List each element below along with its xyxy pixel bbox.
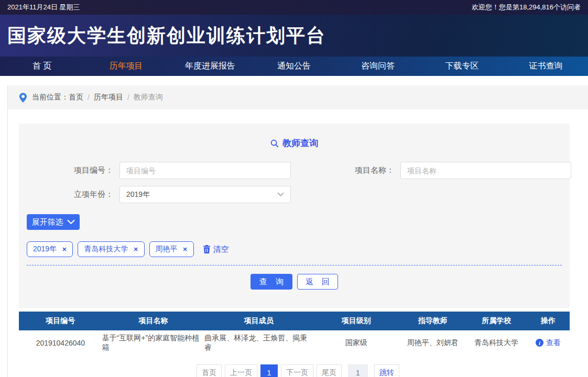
filter-tag-label: 2019年 [33,245,57,254]
breadcrumb-current: 教师查询 [134,93,163,102]
cell-school: 青岛科技大学 [466,330,527,355]
nav-item-annual-report[interactable]: 年度进展报告 [168,57,252,76]
page-number-current[interactable]: 1 [260,364,278,377]
breadcrumb: 当前位置： 首页 / 历年项目 / 教师查询 [8,85,588,109]
nav-item-downloads[interactable]: 下载专区 [420,57,504,76]
panel-title: 教师查询 [19,137,570,149]
nav-item-home[interactable]: 首 页 [0,57,84,76]
current-date: 2021年11月24日 星期三 [7,3,80,12]
table-row: 201910426040 基于“互联网+”的家庭智能种植箱 曲承展、林泽龙、王焕… [19,330,570,355]
col-header-teachers: 指导教师 [399,312,466,330]
search-form: 项目编号： 项目名称： 立项年份： 2019年 [19,162,570,203]
cell-project-code: 201910426040 [19,330,102,355]
filter-tags-row: 2019年 ✕ 青岛科技大学 ✕ 周艳平 ✕ 清空 [27,241,570,257]
project-name-input[interactable] [400,162,571,179]
cell-members: 曲承展、林泽龙、王焕哲、揭秉睿 [204,330,313,355]
year-select-value: 2019年 [126,190,150,199]
panel-title-text: 教师查询 [282,137,318,149]
col-header-level: 项目级别 [313,312,399,330]
year-select[interactable]: 2019年 [119,186,291,203]
breadcrumb-prefix: 当前位置： [32,93,69,102]
col-header-actions: 操作 [527,312,570,330]
filter-tag-teacher[interactable]: 周艳平 ✕ [149,241,194,257]
col-header-project-code: 项目编号 [19,312,102,330]
cell-project-name: 基于“互联网+”的家庭智能种植箱 [102,330,204,355]
info-icon: i [536,339,543,347]
expand-filters-label: 展开筛选 [32,217,63,227]
project-name-label: 项目名称： [291,162,400,179]
filter-tag-school[interactable]: 青岛科技大学 ✕ [78,241,144,257]
filter-tag-label: 周艳平 [156,245,178,254]
back-button[interactable]: 返 回 [297,274,338,290]
nav-item-qa[interactable]: 咨询问答 [336,57,420,76]
site-title: 国家级大学生创新创业训练计划平台 [7,23,326,49]
view-action[interactable]: i 查看 [527,330,570,355]
page-next-button[interactable]: 下一页 [281,364,313,377]
tag-close-icon[interactable]: ✕ [183,246,188,253]
location-pin-icon [19,93,27,103]
col-header-school: 所属学校 [466,312,527,330]
col-header-project-name: 项目名称 [102,312,204,330]
top-utility-bar: 2021年11月24日 星期三 欢迎您！您是第18,294,816个访问者 [0,0,588,15]
tag-close-icon[interactable]: ✕ [133,246,138,253]
page-jump-input[interactable] [348,364,368,377]
col-header-members: 项目成员 [204,312,313,330]
teacher-search-panel: 教师查询 项目编号： 项目名称： 立项年份： 2019年 展开筛选 [19,124,570,308]
chevron-down-icon [67,219,75,225]
breadcrumb-past-projects[interactable]: 历年项目 [94,93,123,102]
project-code-label: 项目编号： [19,162,119,179]
tag-close-icon[interactable]: ✕ [62,246,67,253]
page-first-button[interactable]: 首页 [197,364,222,377]
clear-filters-button[interactable]: 清空 [203,245,229,254]
nav-item-notices[interactable]: 通知公告 [252,57,336,76]
project-code-input[interactable] [119,162,291,179]
trash-icon [203,245,211,253]
breadcrumb-home[interactable]: 首页 [69,93,83,102]
filter-tag-year[interactable]: 2019年 ✕ [27,241,73,257]
main-nav: 首 页 历年项目 年度进展报告 通知公告 咨询问答 下载专区 证书查询 [0,57,588,76]
query-button[interactable]: 查 询 [251,274,292,290]
nav-item-certificate[interactable]: 证书查询 [504,57,588,76]
site-banner: 国家级大学生创新创业训练计划平台 [0,15,588,57]
clear-filters-label: 清空 [213,245,229,254]
filter-tag-label: 青岛科技大学 [84,245,128,254]
view-label: 查看 [546,338,561,348]
nav-item-past-projects[interactable]: 历年项目 [84,57,168,76]
breadcrumb-separator: / [88,93,90,102]
search-icon [270,139,279,148]
cell-level: 国家级 [313,330,399,355]
table-header-row: 项目编号 项目名称 项目成员 项目级别 指导教师 所属学校 操作 [19,312,570,330]
dashed-divider [27,265,562,265]
results-table: 项目编号 项目名称 项目成员 项目级别 指导教师 所属学校 操作 2019104… [19,312,570,355]
page-last-button[interactable]: 尾页 [317,364,342,377]
chevron-down-icon [277,192,284,197]
year-label: 立项年份： [19,186,119,203]
visitor-counter: 欢迎您！您是第18,294,816个访问者 [472,3,581,12]
page-prev-button[interactable]: 上一页 [225,364,257,377]
pagination: 首页 上一页 1 下一页 尾页 跳转 [8,364,588,377]
form-buttons: 查 询 返 回 [19,274,570,290]
breadcrumb-separator: / [127,93,129,102]
expand-filters-button[interactable]: 展开筛选 [27,214,80,230]
page-content: 当前位置： 首页 / 历年项目 / 教师查询 教师查询 项目编号： 项目名称： … [7,85,588,377]
cell-teachers: 周艳平、刘妍君 [399,330,466,355]
page-jump-button[interactable]: 跳转 [374,364,399,377]
